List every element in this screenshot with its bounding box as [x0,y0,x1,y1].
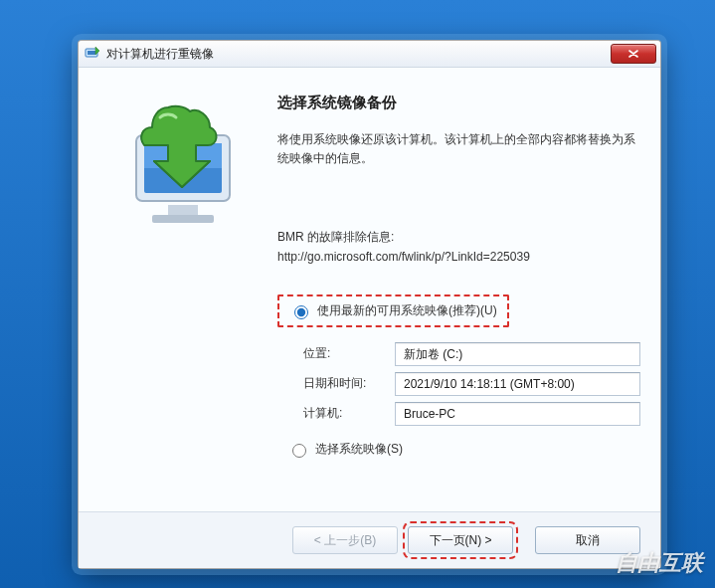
troubleshoot-label: BMR 的故障排除信息: [277,228,640,247]
app-icon [85,46,100,62]
window-client-area: 选择系统镜像备份 将使用系统映像还原该计算机。该计算机上的全部内容都将替换为系统… [79,68,660,568]
desktop-background: 对计算机进行重镜像 [0,0,715,588]
titlebar[interactable]: 对计算机进行重镜像 [79,41,660,68]
back-button[interactable]: < 上一步(B) [292,526,398,554]
datetime-row: 日期和时间: 2021/9/10 14:18:11 (GMT+8:00) [303,369,640,399]
select-image-radio[interactable] [292,444,306,458]
datetime-label: 日期和时间: [303,375,395,392]
location-row: 位置: 新加卷 (C:) [303,339,640,369]
use-latest-image-option[interactable]: 使用最新的可用系统映像(推荐)(U) [277,294,509,327]
computer-row: 计算机: Bruce-PC [303,399,640,429]
close-icon [628,50,638,58]
wizard-illustration [98,88,268,257]
svg-rect-5 [168,205,198,215]
datetime-value: 2021/9/10 14:18:11 (GMT+8:00) [395,372,640,396]
use-latest-image-radio[interactable] [294,305,308,319]
location-value: 新加卷 (C:) [395,342,640,366]
use-latest-image-label: 使用最新的可用系统映像(推荐)(U) [317,302,497,319]
troubleshoot-info: BMR 的故障排除信息: http://go.microsoft.com/fwl… [277,228,640,266]
wizard-button-bar: < 上一步(B) 下一页(N) > 取消 [79,511,660,568]
reimage-wizard-window: 对计算机进行重镜像 [78,40,661,569]
next-button[interactable]: 下一页(N) > [408,526,513,554]
svg-rect-6 [152,215,214,223]
page-description: 将使用系统映像还原该计算机。该计算机上的全部内容都将替换为系统映像中的信息。 [277,130,640,168]
cancel-button[interactable]: 取消 [535,526,640,554]
page-heading: 选择系统镜像备份 [277,94,640,112]
wizard-content: 选择系统镜像备份 将使用系统映像还原该计算机。该计算机上的全部内容都将替换为系统… [277,88,640,512]
close-button[interactable] [611,44,656,64]
image-source-radio-group: 使用最新的可用系统映像(推荐)(U) 位置: 新加卷 (C:) 日期和时间: 2… [277,294,640,464]
select-image-option[interactable]: 选择系统映像(S) [277,435,413,464]
latest-image-details: 位置: 新加卷 (C:) 日期和时间: 2021/9/10 14:18:11 (… [303,339,640,429]
computer-label: 计算机: [303,405,395,422]
location-label: 位置: [303,345,395,362]
computer-value: Bruce-PC [395,402,640,426]
troubleshoot-url: http://go.microsoft.com/fwlink/p/?LinkId… [277,248,640,267]
select-image-label: 选择系统映像(S) [315,441,403,458]
svg-rect-1 [88,51,95,55]
window-title: 对计算机进行重镜像 [106,46,611,63]
